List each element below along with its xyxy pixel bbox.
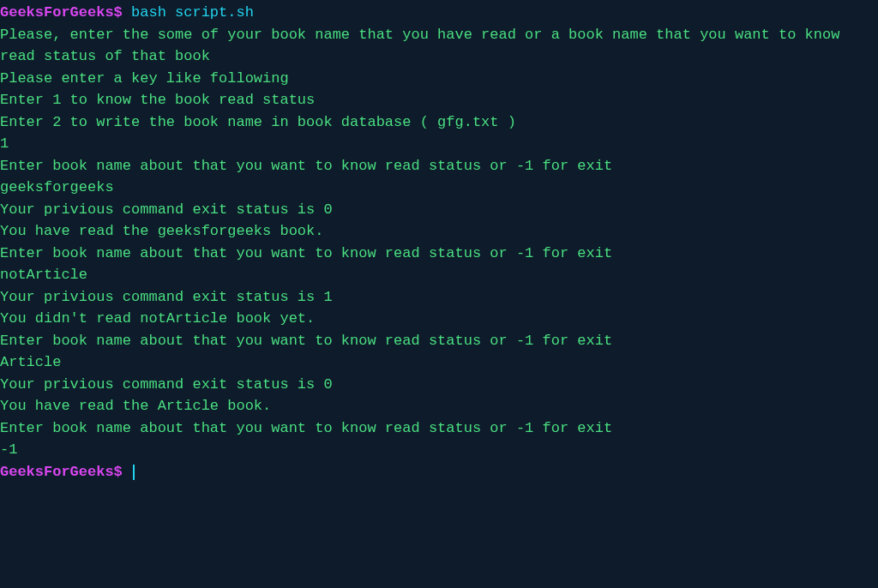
output-line: Your privious command exit status is 0 — [0, 374, 878, 396]
output-line: Please, enter the some of your book name… — [0, 24, 878, 68]
user-input: geeksforgeeks — [0, 177, 878, 199]
user-input: notArticle — [0, 264, 878, 286]
output-line: Please enter a key like following — [0, 68, 878, 90]
output-line: Enter book name about that you want to k… — [0, 330, 878, 352]
shell-prompt: GeeksForGeeks$ — [0, 4, 131, 21]
user-input: 1 — [0, 133, 878, 155]
user-input: -1 — [0, 439, 878, 461]
shell-prompt: GeeksForGeeks$ — [0, 464, 131, 480]
cursor-icon — [133, 465, 135, 480]
output-line: Enter book name about that you want to k… — [0, 243, 878, 265]
output-line: Your privious command exit status is 0 — [0, 199, 878, 221]
user-input: Article — [0, 351, 878, 374]
output-line: Enter book name about that you want to k… — [0, 417, 878, 440]
output-line: Your privious command exit status is 1 — [0, 286, 878, 309]
output-line: You have read the Article book. — [0, 395, 878, 417]
output-line: Enter 1 to know the book read status — [0, 89, 878, 111]
output-line: You have read the geeksforgeeks book. — [0, 220, 878, 243]
output-line: Enter 2 to write the book name in book d… — [0, 111, 878, 134]
output-line: You didn't read notArticle book yet. — [0, 308, 878, 330]
command-text: bash script.sh — [131, 4, 254, 21]
terminal-window[interactable]: GeeksForGeeks$ bash script.shPlease, ent… — [0, 2, 878, 483]
output-line: Enter book name about that you want to k… — [0, 155, 878, 177]
